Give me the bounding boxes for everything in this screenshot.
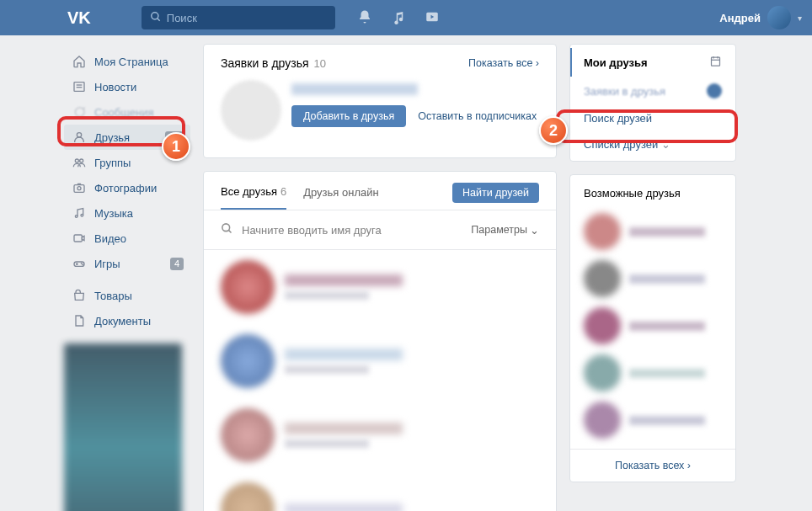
sidebar-item-label: Документы bbox=[94, 315, 151, 327]
sidebar-item-label: Группы bbox=[94, 157, 131, 169]
parameters-toggle[interactable]: Параметры ⌄ bbox=[471, 224, 539, 237]
search-icon bbox=[221, 222, 233, 237]
show-all-link[interactable]: Показать все › bbox=[468, 57, 539, 69]
possible-friend-item[interactable] bbox=[570, 302, 735, 349]
sidebar: Моя Страница Новости Сообщения Друзья 10… bbox=[64, 44, 190, 511]
possible-name-blurred bbox=[629, 274, 705, 284]
games-badge: 4 bbox=[170, 258, 184, 270]
possible-friend-item[interactable] bbox=[570, 397, 735, 444]
friend-avatar bbox=[221, 334, 275, 388]
possible-avatar bbox=[584, 213, 621, 250]
sidebar-item-news[interactable]: Новости bbox=[64, 74, 190, 99]
market-icon bbox=[71, 287, 88, 304]
possible-avatar bbox=[584, 402, 621, 439]
requests-title: Заявки в друзья bbox=[221, 56, 309, 70]
friend-avatar bbox=[221, 260, 275, 314]
chevron-down-icon: ▾ bbox=[798, 13, 802, 23]
rtab-search-friends[interactable]: Поиск друзей bbox=[570, 105, 735, 131]
sidebar-item-photos[interactable]: Фотографии bbox=[64, 175, 190, 200]
svg-point-19 bbox=[222, 224, 230, 232]
chevron-down-icon: ⌄ bbox=[661, 138, 670, 151]
sidebar-item-label: Новости bbox=[94, 81, 136, 93]
friends-icon bbox=[71, 129, 88, 146]
user-menu[interactable]: Андрей ▾ bbox=[719, 6, 802, 29]
possible-avatar bbox=[584, 307, 621, 344]
requests-header: Заявки в друзья 10 Показать все › bbox=[204, 45, 556, 80]
tab-friends-online[interactable]: Друзья онлайн bbox=[303, 183, 378, 209]
sidebar-item-label: Товары bbox=[94, 290, 132, 302]
svg-point-0 bbox=[152, 12, 158, 19]
friend-search-input[interactable] bbox=[242, 224, 471, 237]
sidebar-item-label: Видео bbox=[94, 232, 126, 245]
tab-all-friends[interactable]: Все друзья6 bbox=[221, 182, 286, 210]
rtab-friend-lists[interactable]: Списки друзей ⌄ bbox=[570, 131, 735, 157]
friend-row[interactable] bbox=[204, 250, 556, 324]
sidebar-item-video[interactable]: Видео bbox=[64, 226, 190, 251]
home-icon bbox=[71, 53, 88, 70]
svg-point-10 bbox=[77, 187, 81, 190]
music-icon[interactable] bbox=[391, 9, 406, 27]
tabs-row: Все друзья6 Друзья онлайн Найти друзей bbox=[204, 172, 556, 210]
sidebar-item-label: Друзья bbox=[94, 131, 130, 144]
svg-point-6 bbox=[77, 133, 81, 137]
global-search-input[interactable] bbox=[167, 12, 327, 24]
sidebar-item-label: Фотографии bbox=[94, 182, 157, 194]
svg-point-7 bbox=[75, 159, 78, 162]
avatar bbox=[767, 6, 791, 29]
requests-count-badge bbox=[707, 83, 722, 98]
add-friend-button[interactable]: Добавить в друзья bbox=[291, 105, 406, 127]
possible-friend-item[interactable] bbox=[570, 208, 735, 255]
possible-friends-title: Возможные друзья bbox=[570, 175, 735, 208]
sidebar-promo[interactable] bbox=[64, 343, 182, 511]
friend-name-blurred bbox=[285, 423, 403, 434]
sidebar-item-market[interactable]: Товары bbox=[64, 283, 190, 308]
right-column: Мои друзья Заявки в друзья Поиск друзей … bbox=[569, 44, 736, 511]
possible-friend-item[interactable] bbox=[570, 255, 735, 302]
friend-sub-blurred bbox=[285, 365, 369, 374]
friend-row[interactable] bbox=[204, 324, 556, 398]
svg-rect-9 bbox=[74, 185, 84, 193]
friend-row[interactable] bbox=[204, 472, 556, 511]
search-icon bbox=[150, 11, 162, 25]
sidebar-item-docs[interactable]: Документы bbox=[64, 308, 190, 333]
find-friends-button[interactable]: Найти друзей bbox=[452, 183, 539, 203]
svg-point-11 bbox=[75, 216, 77, 218]
svg-point-12 bbox=[81, 214, 83, 216]
sidebar-item-music[interactable]: Музыка bbox=[64, 200, 190, 226]
show-all-possible-link[interactable]: Показать всех › bbox=[570, 449, 735, 482]
music-icon bbox=[71, 205, 88, 221]
keep-subscriber-link[interactable]: Оставить в подписчиках bbox=[418, 110, 537, 122]
logo[interactable]: VK bbox=[67, 8, 91, 28]
friend-row[interactable] bbox=[204, 398, 556, 472]
sidebar-item-label: Сообщения bbox=[94, 106, 154, 119]
annotation-badge-2: 2 bbox=[539, 116, 568, 145]
friend-search-row: Параметры ⌄ bbox=[204, 210, 556, 250]
request-avatar[interactable] bbox=[221, 80, 281, 141]
notifications-icon[interactable] bbox=[357, 9, 372, 27]
sidebar-item-games[interactable]: Игры 4 bbox=[64, 251, 190, 276]
friend-sub-blurred bbox=[285, 291, 369, 300]
games-icon bbox=[71, 255, 88, 272]
request-name-blurred bbox=[291, 83, 418, 95]
possible-name-blurred bbox=[629, 322, 705, 331]
docs-icon bbox=[71, 312, 88, 329]
friend-avatar bbox=[221, 482, 275, 511]
friend-avatar bbox=[221, 408, 275, 462]
camera-icon bbox=[71, 179, 88, 196]
friends-list-card: Все друзья6 Друзья онлайн Найти друзей П… bbox=[203, 171, 557, 511]
video-play-icon[interactable] bbox=[425, 9, 440, 27]
global-search[interactable] bbox=[142, 6, 335, 29]
groups-icon bbox=[71, 154, 88, 171]
news-icon bbox=[71, 78, 88, 95]
friend-sub-blurred bbox=[285, 439, 369, 448]
sidebar-item-messages[interactable]: Сообщения bbox=[64, 99, 190, 125]
rtab-my-friends[interactable]: Мои друзья bbox=[570, 48, 735, 77]
friend-name-blurred bbox=[285, 503, 403, 511]
svg-line-1 bbox=[158, 18, 160, 20]
right-tabs: Мои друзья Заявки в друзья Поиск друзей … bbox=[569, 44, 736, 162]
friend-requests-card: Заявки в друзья 10 Показать все › Добави… bbox=[203, 44, 557, 158]
possible-friend-item[interactable] bbox=[570, 349, 735, 397]
sidebar-item-profile[interactable]: Моя Страница bbox=[64, 49, 190, 74]
rtab-requests[interactable]: Заявки в друзья bbox=[570, 77, 735, 105]
svg-rect-21 bbox=[712, 57, 720, 66]
